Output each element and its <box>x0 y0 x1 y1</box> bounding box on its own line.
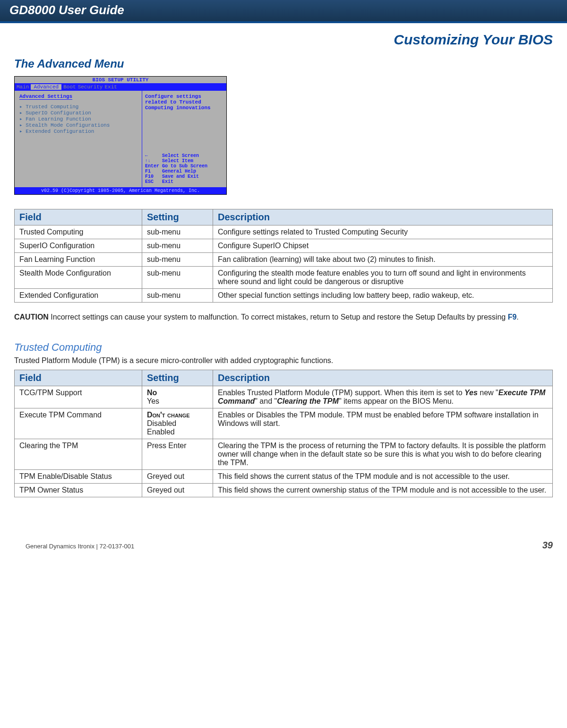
table-row: Stealth Mode Configurationsub-menuConfig… <box>15 267 553 289</box>
setting-default: Don't change <box>147 411 190 419</box>
bios-left-pane: Advanced Settings Trusted Computing Supe… <box>15 91 142 187</box>
th-description: Description <box>213 209 553 225</box>
table-row: Extended Configurationsub-menuOther spec… <box>15 289 553 303</box>
cell-field: Clearing the TPM <box>15 439 142 470</box>
setting-option: Yes <box>147 397 159 405</box>
bios-title-bar: BIOS SETUP UTILITY <box>15 77 226 83</box>
cell-field: SuperIO Configuration <box>15 239 142 253</box>
table-row: TCG/TPM Support NoYes Enables Trusted Pl… <box>15 386 553 408</box>
cell-setting: Don't changeDisabled Enabled <box>142 408 213 439</box>
cell-field: Trusted Computing <box>15 225 142 239</box>
cell-field: Execute TPM Command <box>15 408 142 439</box>
cell-field: TPM Owner Status <box>15 484 142 497</box>
cell-desc: This field shows the current status of t… <box>213 470 553 484</box>
bios-group-title: Advanced Settings <box>19 94 72 100</box>
trusted-computing-table: Field Setting Description TCG/TPM Suppor… <box>14 370 553 497</box>
th-description: Description <box>213 370 553 386</box>
bios-tab-exit: Exit <box>104 84 117 90</box>
th-field: Field <box>15 209 142 225</box>
bios-key-legend: ← Select Screen ↑↓ Select Item Enter Go … <box>145 153 223 184</box>
bios-screenshot: BIOS SETUP UTILITY Main Advanced Boot Se… <box>14 76 227 195</box>
cell-desc: This field shows the current ownership s… <box>213 484 553 497</box>
desc-emph: Yes <box>464 389 478 397</box>
bios-body: Advanced Settings Trusted Computing Supe… <box>15 91 226 187</box>
bios-menu-item: SuperIO Configuration <box>19 110 137 116</box>
table-row: TPM Owner Status Greyed out This field s… <box>15 484 553 497</box>
section-title: Customizing Your BIOS <box>0 23 567 52</box>
cell-field: TPM Enable/Disable Status <box>15 470 142 484</box>
desc-text: " and " <box>255 397 277 405</box>
page-number: 39 <box>542 540 553 551</box>
setting-option: Disabled Enabled <box>147 419 176 436</box>
bios-tab-boot: Boot <box>63 84 76 90</box>
bios-menu-item: Stealth Mode Configurations <box>19 122 137 128</box>
setting-default: No <box>147 389 157 397</box>
bios-right-pane: Configure settings related to Trusted Co… <box>142 91 226 187</box>
table-row: Trusted Computingsub-menuConfigure setti… <box>15 225 553 239</box>
bios-tab-security: Security <box>78 84 103 90</box>
bios-menu-item: Extended Configuration <box>19 128 137 134</box>
table-row: Execute TPM Command Don't changeDisabled… <box>15 408 553 439</box>
bios-copyright: v02.59 (C)Copyright 1985-2005, American … <box>15 187 226 194</box>
trusted-computing-intro: Trusted Platform Module (TPM) is a secur… <box>14 356 553 365</box>
th-field: Field <box>15 370 142 386</box>
cell-field: Stealth Mode Configuration <box>15 267 142 289</box>
table-row: TPM Enable/Disable Status Greyed out Thi… <box>15 470 553 484</box>
bios-tabs: Main Advanced Boot Security Exit <box>15 83 226 91</box>
bios-menu-item: Fan Learning Function <box>19 116 137 122</box>
page-content: The Advanced Menu BIOS SETUP UTILITY Mai… <box>0 57 567 521</box>
cell-setting: Greyed out <box>142 470 213 484</box>
cell-setting: sub-menu <box>142 267 213 289</box>
bios-tab-main: Main <box>17 84 29 90</box>
doc-header: GD8000 User Guide <box>0 0 567 23</box>
bios-help-text: Configure settings related to Trusted Co… <box>145 94 223 111</box>
cell-field: Extended Configuration <box>15 289 142 303</box>
cell-desc: Configuring the stealth mode feature ena… <box>213 267 553 289</box>
cell-field: TCG/TPM Support <box>15 386 142 408</box>
cell-field: Fan Learning Function <box>15 253 142 267</box>
cell-desc: Enables or Disables the TPM module. TPM … <box>213 408 553 439</box>
bios-menu-list: Trusted Computing SuperIO Configuration … <box>19 104 137 134</box>
cell-setting: NoYes <box>142 386 213 408</box>
caution-word: CAUTION <box>14 313 49 321</box>
desc-text: new " <box>478 389 498 397</box>
caution-text-2: . <box>516 313 518 321</box>
advanced-settings-table: Field Setting Description Trusted Comput… <box>14 209 553 303</box>
caution-text-1: Incorrect settings can cause your system… <box>49 313 508 321</box>
page-footer: General Dynamics Itronix | 72-0137-001 3… <box>0 521 567 551</box>
cell-setting: sub-menu <box>142 253 213 267</box>
cell-desc: Clearing the TPM is the process of retur… <box>213 439 553 470</box>
cell-desc: Other special function settings includin… <box>213 289 553 303</box>
cell-desc: Enables Trusted Platform Module (TPM) su… <box>213 386 553 408</box>
caution-paragraph: CAUTION Incorrect settings can cause you… <box>14 312 553 322</box>
trusted-computing-heading: Trusted Computing <box>14 341 553 354</box>
th-setting: Setting <box>142 209 213 225</box>
cell-setting: sub-menu <box>142 239 213 253</box>
table-row: SuperIO Configurationsub-menuConfigure S… <box>15 239 553 253</box>
caution-key: F9 <box>508 313 517 321</box>
advanced-menu-heading: The Advanced Menu <box>14 57 553 70</box>
table-row: Clearing the TPM Press Enter Clearing th… <box>15 439 553 470</box>
table-row: Fan Learning Functionsub-menuFan calibra… <box>15 253 553 267</box>
th-setting: Setting <box>142 370 213 386</box>
bios-tab-advanced: Advanced <box>31 84 61 90</box>
cell-setting: sub-menu <box>142 289 213 303</box>
desc-text: " items appear on the BIOS Menu. <box>339 397 454 405</box>
cell-setting: Greyed out <box>142 484 213 497</box>
desc-emph: Clearing the TPM <box>277 397 339 405</box>
bios-menu-item: Trusted Computing <box>19 104 137 110</box>
cell-desc: Configure SuperIO Chipset <box>213 239 553 253</box>
cell-setting: Press Enter <box>142 439 213 470</box>
cell-desc: Configure settings related to Trusted Co… <box>213 225 553 239</box>
cell-setting: sub-menu <box>142 225 213 239</box>
cell-desc: Fan calibration (learning) will take abo… <box>213 253 553 267</box>
desc-text: Enables Trusted Platform Module (TPM) su… <box>218 389 464 397</box>
footer-left: General Dynamics Itronix | 72-0137-001 <box>26 543 134 550</box>
